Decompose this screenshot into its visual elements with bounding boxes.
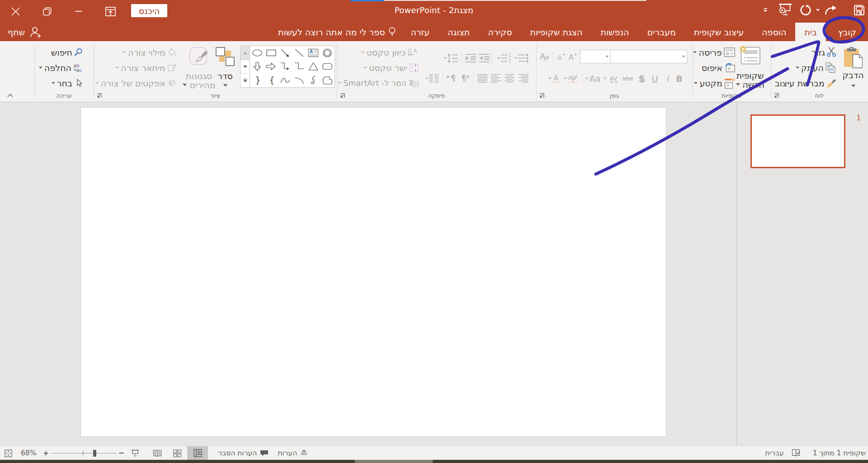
arrange-button[interactable]: סדר (215, 47, 236, 87)
shape-effects-button[interactable]: אפקטים של צורה (94, 78, 178, 88)
tab-design[interactable]: עיצוב שקופית (685, 23, 753, 41)
shape-fill-button[interactable]: מילוי צורה (94, 47, 178, 57)
columns-button[interactable] (429, 74, 439, 83)
shape-elbow-arrow-connector[interactable] (278, 60, 292, 73)
start-from-beginning-button[interactable] (776, 0, 794, 20)
shape-arrow-line[interactable] (278, 46, 292, 60)
save-button[interactable] (850, 0, 868, 20)
change-case-button[interactable]: Aa (589, 74, 601, 84)
ltr-direction-button[interactable] (447, 74, 456, 83)
align-right-button[interactable] (518, 74, 528, 83)
shapes-gallery-more[interactable] (241, 73, 250, 87)
zoom-in-button[interactable] (41, 446, 51, 460)
shape-elbow-connector[interactable] (292, 60, 306, 73)
shape-right-brace[interactable]: } (250, 74, 264, 87)
shapes-scroll-down[interactable] (241, 60, 250, 74)
strikethrough-button[interactable]: abe (620, 74, 635, 84)
spell-check-button[interactable] (791, 446, 801, 460)
customize-qat-button[interactable] (756, 0, 774, 20)
bold-button[interactable]: B (673, 74, 685, 84)
tab-view[interactable]: תצוגה (439, 23, 479, 41)
copy-button[interactable]: העתק (774, 62, 837, 73)
clear-formatting-button[interactable]: A (539, 52, 551, 61)
replace-button[interactable]: ab ac החלפה (38, 62, 84, 73)
tab-review[interactable]: סקירה (479, 23, 521, 41)
tab-home[interactable]: בית (795, 23, 826, 41)
format-painter-button[interactable]: מברשת עיצוב (774, 78, 837, 88)
notes-button[interactable]: הערות (275, 446, 311, 460)
zoom-slider[interactable] (51, 446, 117, 460)
captions-button[interactable]: הערות הסבר (216, 446, 271, 460)
shape-triangle[interactable] (307, 60, 321, 73)
slide-sorter-view-button[interactable] (167, 446, 187, 460)
numbering-button[interactable]: 123 (500, 53, 511, 63)
font-color-button[interactable]: A (552, 74, 562, 84)
grow-font-button[interactable]: A (566, 52, 578, 61)
tab-animations[interactable]: הנפשות (591, 23, 638, 41)
shape-scribble[interactable] (307, 74, 321, 87)
text-direction-button[interactable]: A כיוון טקסט (337, 47, 420, 57)
increase-indent-button[interactable] (466, 53, 476, 63)
decrease-indent-button[interactable] (479, 53, 490, 63)
align-left-button[interactable] (491, 74, 501, 83)
tab-transitions[interactable]: מעברים (638, 23, 684, 41)
shape-curve[interactable] (278, 74, 292, 87)
shape-oval-double[interactable] (321, 46, 335, 60)
shrink-font-button[interactable]: A (555, 52, 566, 61)
slide-counter[interactable]: שקופית 1 מתוך 1 (801, 446, 868, 460)
font-name-combo[interactable] (610, 50, 687, 63)
shape-rounded-rectangle[interactable] (321, 60, 335, 73)
tab-file[interactable]: קובץ (826, 23, 868, 41)
slide-1-thumbnail[interactable] (750, 114, 845, 168)
new-slide-button[interactable]: שקופית חדשה (736, 46, 764, 89)
bullets-button[interactable] (518, 53, 528, 63)
rtl-direction-button[interactable] (460, 74, 469, 83)
layout-button[interactable]: פריסה (692, 47, 736, 57)
normal-view-button[interactable] (187, 446, 208, 460)
paste-button[interactable]: הדבק (841, 47, 865, 87)
zoom-slider-thumb[interactable] (93, 450, 96, 457)
text-shadow-button[interactable]: S (635, 74, 648, 84)
zoom-level-button[interactable]: 68% (16, 446, 41, 460)
undo-dropdown[interactable] (814, 0, 821, 20)
reading-view-button[interactable] (147, 446, 167, 460)
reset-button[interactable]: איפוס (692, 62, 736, 73)
find-button[interactable]: חיפוש (38, 47, 84, 57)
select-button[interactable]: בחר (38, 78, 84, 88)
line-spacing-button[interactable] (447, 53, 458, 63)
tab-help[interactable]: עזרה (401, 23, 439, 41)
undo-button[interactable] (796, 0, 814, 20)
language-button[interactable]: עברית (759, 446, 791, 460)
align-text-button[interactable]: ישר טקסט (337, 62, 420, 73)
shape-ellipse[interactable] (250, 46, 264, 60)
shape-right-arrow[interactable] (264, 60, 278, 73)
italic-button[interactable]: I (661, 74, 673, 84)
shape-arc[interactable] (292, 74, 306, 87)
underline-button[interactable]: U (648, 74, 661, 84)
font-size-combo[interactable] (580, 50, 610, 63)
zoom-out-button[interactable] (117, 446, 126, 460)
shape-freeform[interactable] (321, 74, 335, 87)
redo-button[interactable] (821, 0, 840, 20)
tell-me-box[interactable]: ספר לי מה אתה רוצה לעשות (273, 23, 402, 41)
collapse-ribbon-button[interactable] (5, 92, 15, 99)
quick-styles-button[interactable]: סגנונות מהירים (184, 47, 214, 90)
shape-left-brace[interactable]: { (264, 74, 278, 87)
character-spacing-button[interactable]: AV (607, 74, 620, 84)
slide-canvas[interactable] (81, 108, 666, 436)
tab-slideshow[interactable]: הצגת שקופיות (521, 23, 591, 41)
share-button[interactable]: שתף (0, 23, 49, 41)
shape-down-arrow[interactable] (250, 60, 264, 73)
fit-slide-to-window-button[interactable] (0, 446, 16, 460)
justify-button[interactable] (477, 74, 487, 83)
highlight-button[interactable]: ab (567, 74, 579, 84)
shape-text-box[interactable]: A (307, 46, 321, 60)
shapes-scroll-up[interactable] (241, 46, 250, 60)
shape-rectangle[interactable] (264, 46, 278, 60)
convert-smartart-button[interactable]: המר ל- SmartArt (337, 78, 420, 88)
tab-insert[interactable]: הוספה (753, 23, 795, 41)
slideshow-view-button[interactable] (126, 446, 145, 460)
section-button[interactable]: מקטע (692, 78, 736, 88)
cut-button[interactable]: גזור (774, 47, 837, 57)
align-center-button[interactable] (505, 74, 514, 83)
